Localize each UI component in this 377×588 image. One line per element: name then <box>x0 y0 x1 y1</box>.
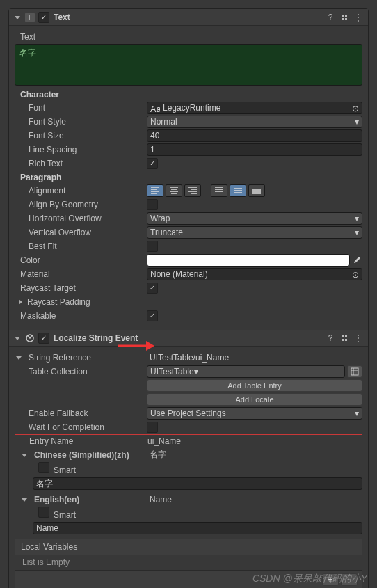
align-left-button[interactable] <box>147 184 163 197</box>
locale-zh-label[interactable]: Chinese (Simplified)(zh) <box>29 450 150 460</box>
local-variables-header[interactable]: Local Variables <box>15 539 362 555</box>
font-asset-icon: Aa <box>150 103 160 113</box>
color-label: Color <box>15 255 147 265</box>
font-field[interactable]: Aa LegacyRuntime ⊙ <box>147 102 362 114</box>
font-value: LegacyRuntime <box>163 103 220 113</box>
wait-for-completion-label: Wait For Completion <box>15 422 147 432</box>
entry-name-label: Entry Name <box>15 436 147 446</box>
raycast-target-checkbox[interactable] <box>147 283 158 294</box>
smart-en-checkbox[interactable] <box>38 507 49 518</box>
align-middle-button[interactable] <box>230 184 246 197</box>
foldout-icon[interactable] <box>13 13 22 22</box>
maskable-checkbox[interactable] <box>147 310 158 321</box>
chevron-down-icon: ▾ <box>355 214 359 223</box>
color-field[interactable] <box>147 254 350 267</box>
paragraph-section: Paragraph <box>15 170 362 184</box>
foldout-right-icon[interactable] <box>16 298 24 306</box>
text-icon: T <box>24 12 35 23</box>
entry-name-value: ui_Name <box>147 436 181 446</box>
help-icon[interactable]: ? <box>325 333 336 344</box>
add-table-entry-button[interactable]: Add Table Entry <box>147 379 362 392</box>
menu-icon[interactable]: ⋮ <box>353 12 364 23</box>
font-label: Font <box>15 103 147 113</box>
help-icon[interactable]: ? <box>325 12 336 23</box>
maskable-label: Maskable <box>15 311 147 321</box>
locale-en-value: Name <box>150 495 172 504</box>
smart-en-label: Smart <box>54 510 76 520</box>
line-spacing-label: Line Spacing <box>15 145 147 154</box>
foldout-icon[interactable] <box>20 451 29 459</box>
menu-icon[interactable]: ⋮ <box>353 333 364 344</box>
localize-component-header[interactable]: Localize String Event ? ⋮ <box>9 330 368 347</box>
chevron-down-icon: ▾ <box>194 367 198 376</box>
object-picker-icon[interactable]: ⊙ <box>351 270 360 280</box>
best-fit-checkbox[interactable] <box>147 241 158 252</box>
text-value-input[interactable]: 名字 <box>15 44 362 86</box>
add-locale-button[interactable]: Add Locale <box>147 393 362 406</box>
locale-en-input[interactable] <box>33 522 362 534</box>
vertical-overflow-dropdown[interactable]: Truncate▾ <box>147 226 362 239</box>
raycast-padding-label[interactable]: Raycast Padding <box>27 297 90 307</box>
line-spacing-input[interactable] <box>147 143 362 156</box>
eyedropper-icon[interactable] <box>352 255 362 266</box>
watermark-text: CSDN @呆呆敲代码的小Y <box>252 573 367 585</box>
svg-text:Aa: Aa <box>150 104 160 112</box>
string-reference-value: UITestTable/ui_Name <box>147 351 362 364</box>
text-label: Text <box>15 32 147 42</box>
align-bottom-button[interactable] <box>248 184 265 197</box>
svg-text:T: T <box>27 14 31 22</box>
table-collection-label: Table Collection <box>15 367 147 376</box>
best-fit-label: Best Fit <box>15 241 147 251</box>
open-table-button[interactable] <box>347 365 362 378</box>
alignment-label: Alignment <box>15 186 147 196</box>
foldout-icon[interactable] <box>13 334 22 342</box>
chevron-down-icon: ▾ <box>355 117 359 127</box>
svg-rect-4 <box>351 368 358 375</box>
vertical-overflow-label: Vertical Overflow <box>15 228 147 237</box>
list-empty-text: List is Empty <box>15 555 362 570</box>
object-picker-icon[interactable]: ⊙ <box>351 104 360 113</box>
smart-zh-label: Smart <box>54 466 76 475</box>
text-component-title: Text <box>54 13 322 22</box>
locale-en-label[interactable]: English(en) <box>29 495 150 504</box>
smart-zh-checkbox[interactable] <box>38 462 49 473</box>
align-center-button[interactable] <box>166 184 182 197</box>
align-by-geometry-label: Align By Geometry <box>15 200 147 209</box>
font-size-label: Font Size <box>15 131 147 141</box>
preset-icon[interactable] <box>339 333 350 344</box>
wait-for-completion-checkbox[interactable] <box>147 422 158 433</box>
font-style-label: Font Style <box>15 117 147 127</box>
chevron-down-icon: ▾ <box>355 228 359 237</box>
align-right-button[interactable] <box>184 184 201 197</box>
string-reference-label[interactable]: String Reference <box>23 353 147 363</box>
locale-zh-value: 名字 <box>150 449 166 461</box>
table-collection-dropdown[interactable]: UITestTable▾ <box>147 365 345 378</box>
raycast-target-label: Raycast Target <box>15 283 147 293</box>
localization-icon <box>24 333 35 344</box>
text-enabled-checkbox[interactable] <box>38 12 49 23</box>
font-size-input[interactable] <box>147 129 362 142</box>
material-field[interactable]: None (Material)⊙ <box>147 268 362 280</box>
material-label: Material <box>15 269 147 279</box>
font-style-dropdown[interactable]: Normal▾ <box>147 116 362 128</box>
enable-fallback-label: Enable Fallback <box>15 408 147 418</box>
text-component-header[interactable]: T Text ? ⋮ <box>9 9 368 26</box>
localize-enabled-checkbox[interactable] <box>38 333 49 344</box>
enable-fallback-dropdown[interactable]: Use Project Settings▾ <box>147 407 362 420</box>
locale-zh-input[interactable] <box>33 477 362 490</box>
rich-text-checkbox[interactable] <box>147 158 158 169</box>
foldout-icon[interactable] <box>20 495 29 504</box>
character-section: Character <box>15 88 362 101</box>
chevron-down-icon: ▾ <box>355 408 359 418</box>
rich-text-label: Rich Text <box>15 159 147 168</box>
align-top-button[interactable] <box>211 184 227 197</box>
horizontal-overflow-dropdown[interactable]: Wrap▾ <box>147 212 362 225</box>
localize-component-title: Localize String Event <box>54 333 322 343</box>
horizontal-overflow-label: Horizontal Overflow <box>15 214 147 223</box>
align-by-geometry-checkbox[interactable] <box>147 199 158 210</box>
foldout-icon[interactable] <box>15 353 23 362</box>
preset-icon[interactable] <box>339 12 350 23</box>
